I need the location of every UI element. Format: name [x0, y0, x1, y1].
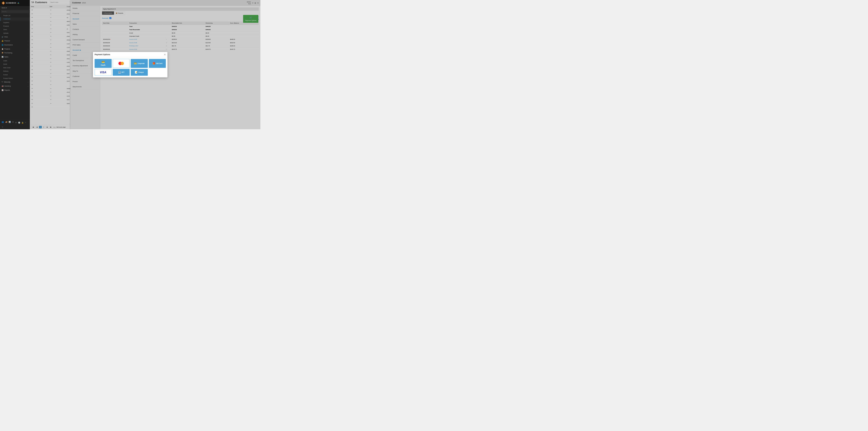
- gift-card-icon: 🎁: [152, 62, 156, 65]
- payment-dialog-title: Payment Options: [95, 54, 110, 56]
- payment-option-eft[interactable]: 🏦 EFT: [113, 69, 129, 76]
- payment-option-mastercard[interactable]: [113, 59, 129, 68]
- payment-option-corporate[interactable]: 💳 Corporate: [131, 59, 148, 68]
- payment-options-grid: 💳 Cash 💳 Corporate 🎁 Gift Card VISA 🏦 EF…: [93, 57, 167, 77]
- payment-option-gift-card[interactable]: 🎁 Gift Card: [149, 59, 166, 68]
- payment-options-dialog: Payment Options ✕ 💳 Cash 💳 Corporate 🎁 G…: [93, 52, 167, 78]
- cheque-icon: 📝: [135, 71, 138, 74]
- mc-right-circle: [121, 62, 124, 65]
- payment-option-cheque[interactable]: 📝 Cheque: [131, 69, 148, 76]
- gift-card-label: Gift Card: [156, 62, 162, 64]
- payment-option-cash[interactable]: 💳 Cash: [95, 59, 112, 68]
- payment-dialog-header: Payment Options ✕: [93, 52, 167, 57]
- corporate-label: Corporate: [137, 62, 145, 64]
- payment-close-button[interactable]: ✕: [164, 53, 166, 56]
- visa-label: VISA: [100, 71, 106, 74]
- eft-label: EFT: [122, 71, 124, 73]
- cash-icon: 💳: [101, 60, 105, 64]
- payment-option-visa[interactable]: VISA: [95, 69, 112, 76]
- eft-icon: 🏦: [118, 71, 121, 74]
- cash-label: Cash: [101, 64, 105, 66]
- mastercard-logo: [119, 62, 124, 65]
- corporate-icon: 💳: [134, 62, 137, 65]
- cheque-label: Cheque: [138, 71, 144, 73]
